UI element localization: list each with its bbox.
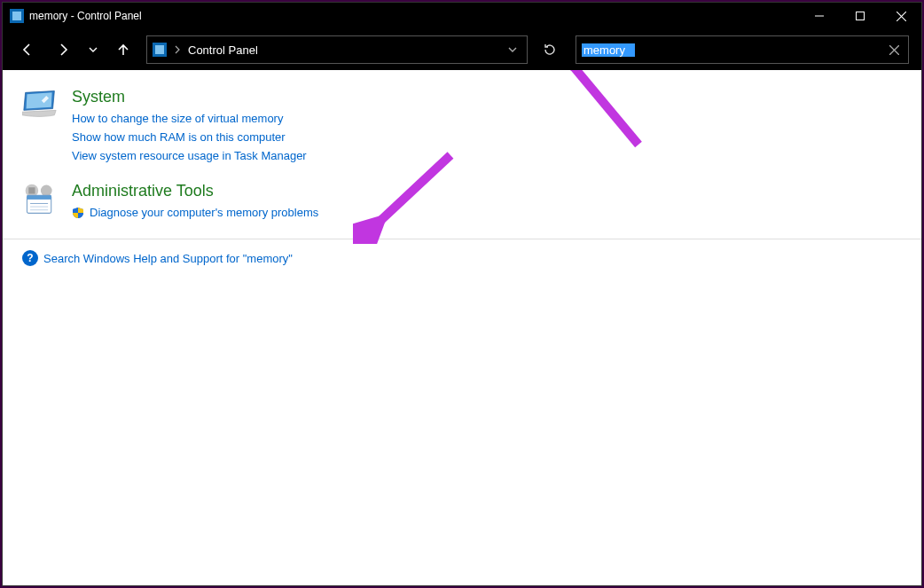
control-panel-icon [153, 43, 167, 57]
breadcrumb-separator-icon [174, 43, 181, 57]
up-button[interactable] [111, 37, 136, 62]
clear-search-button[interactable] [885, 45, 903, 55]
link-resource-usage[interactable]: View system resource usage in Task Manag… [72, 149, 307, 162]
refresh-button[interactable] [538, 37, 561, 62]
result-title-system[interactable]: System [72, 88, 307, 106]
svg-rect-2 [28, 187, 35, 193]
link-show-ram[interactable]: Show how much RAM is on this computer [72, 130, 307, 144]
svg-rect-0 [857, 12, 865, 20]
window-title: memory - Control Panel [29, 10, 151, 22]
admin-tools-icon [20, 182, 59, 217]
breadcrumb-location[interactable]: Control Panel [188, 43, 497, 57]
result-group-administrative-tools: Administrative Tools Diagnose your compu… [20, 182, 904, 224]
search-input[interactable]: memory [582, 43, 635, 57]
result-group-system: System How to change the size of virtual… [20, 88, 904, 168]
control-panel-window: memory - Control Panel [2, 2, 922, 586]
maximize-button[interactable] [840, 3, 881, 29]
uac-shield-icon [72, 207, 84, 219]
toolbar: Control Panel memory [3, 29, 921, 70]
link-diagnose-memory[interactable]: Diagnose your computer's memory problems [72, 206, 318, 219]
help-icon: ? [22, 250, 38, 266]
titlebar: memory - Control Panel [3, 3, 921, 29]
close-button[interactable] [881, 3, 921, 29]
window-controls [799, 3, 921, 29]
link-virtual-memory-size[interactable]: How to change the size of virtual memory [72, 112, 307, 125]
divider [3, 239, 921, 239]
address-bar[interactable]: Control Panel [146, 35, 528, 64]
search-box[interactable]: memory [576, 35, 909, 64]
back-button[interactable] [15, 37, 40, 62]
svg-point-3 [41, 185, 52, 197]
computer-icon [20, 88, 59, 123]
minimize-button[interactable] [799, 3, 840, 29]
results-pane: System How to change the size of virtual… [3, 70, 921, 585]
control-panel-icon [10, 9, 24, 23]
recent-locations-button[interactable] [86, 37, 100, 62]
link-search-help[interactable]: ? Search Windows Help and Support for "m… [22, 250, 904, 266]
forward-button[interactable] [51, 37, 75, 62]
result-title-admin-tools[interactable]: Administrative Tools [72, 182, 318, 200]
address-history-button[interactable] [504, 45, 521, 54]
svg-rect-5 [27, 195, 51, 200]
